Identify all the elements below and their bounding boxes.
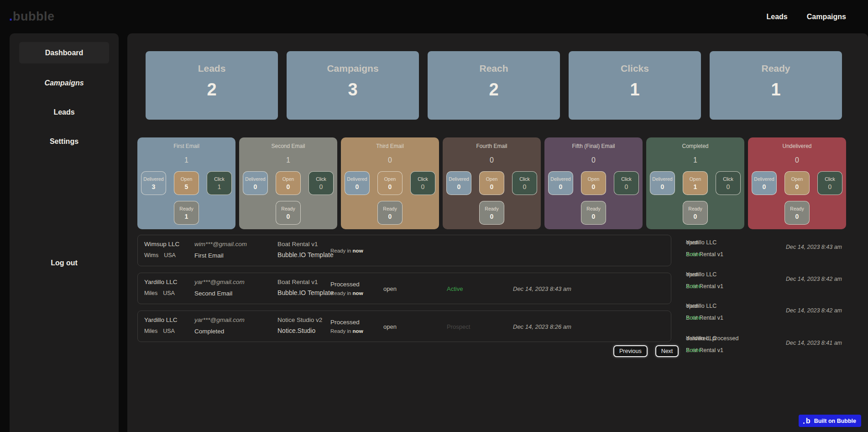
chip-label: Ready	[790, 206, 804, 211]
chip-label: Ready	[586, 206, 600, 211]
template-name: Bubble.IO Template	[277, 251, 334, 258]
lead-row[interactable]: Yardillo LLC MilesUSA yar***@gmail.com S…	[137, 273, 671, 304]
top-header: .bubble Leads Campaigns	[0, 0, 868, 33]
chip-value: 0	[592, 213, 596, 220]
activity-timestamp: Dec 14, 2023 8:43 am	[786, 244, 842, 250]
ready-in-label: Ready in now	[330, 248, 363, 253]
company-name: Yardillo LLC	[144, 279, 178, 285]
chip-label: Open	[690, 176, 701, 182]
delivered-chip: Delivered 0	[446, 171, 471, 195]
nav-campaigns[interactable]: Campaigns	[807, 13, 846, 21]
stage-title: Third Email	[341, 137, 439, 149]
sidebar-item-settings[interactable]: Settings	[10, 137, 119, 146]
stage-chips: Delivered 0 Open 0 Click 0	[239, 171, 337, 195]
chip-value: 0	[763, 183, 766, 190]
delivered-chip: Delivered 0	[752, 171, 777, 195]
stage-name: First Email	[194, 252, 224, 259]
ready-in-label: Ready in now	[330, 290, 363, 296]
chip-value: 0	[490, 183, 494, 190]
stage-name: Completed	[194, 328, 224, 335]
sidebar-item-logout[interactable]: Log out	[10, 259, 119, 267]
chip-label: Open	[282, 176, 294, 182]
built-on-bubble-badge[interactable]: b Built on Bubble	[799, 415, 861, 427]
click-chip: Click 0	[716, 171, 741, 195]
activity-entry: open Boat Rental v1 Yardillo LLC Active …	[686, 239, 847, 265]
delivered-chip: Delivered 0	[650, 171, 675, 195]
open-chip: Open 0	[479, 171, 504, 195]
open-chip: Open 0	[276, 171, 301, 195]
email-stage-card: Second Email 1 Delivered 0 Open 0 Click …	[239, 137, 337, 229]
stat-label: Leads	[146, 63, 278, 74]
lead-row[interactable]: Wimsup LLC WimsUSA wim***@gmail.com Firs…	[137, 235, 671, 266]
sidebar-item-campaigns[interactable]: Campaigns	[10, 79, 119, 87]
lead-status-column: Processed Ready in now	[330, 273, 363, 304]
email-stage-card: Third Email 0 Delivered 0 Open 0 Click 0	[341, 137, 439, 229]
chip-label: Ready	[383, 206, 397, 211]
stage-chips: Delivered 0 Open 0 Click 0	[341, 171, 439, 195]
email-stage-row: First Email 1 Delivered 3 Open 5 Click 1	[137, 137, 846, 229]
click-chip: Click 0	[309, 171, 334, 195]
ready-chip: Ready 0	[479, 201, 504, 225]
stage-count: 1	[239, 156, 337, 164]
row-timestamp: Dec 14, 2023 8:43 am	[513, 285, 571, 292]
stage-count: 0	[544, 156, 643, 164]
previous-button[interactable]: Previous	[613, 345, 648, 357]
chip-label: Open	[791, 176, 803, 182]
nav-leads[interactable]: Leads	[767, 13, 788, 21]
click-chip: Click 0	[817, 171, 842, 195]
stat-value: 1	[710, 80, 842, 100]
template-name: Bubble.IO Template	[277, 289, 334, 296]
chip-label: Ready	[688, 206, 702, 211]
stage-title: Second Email	[239, 137, 337, 149]
chip-value: 1	[218, 183, 221, 190]
chip-label: Open	[384, 176, 396, 182]
stat-value: 3	[287, 80, 419, 100]
chip-label: Open	[486, 176, 498, 182]
click-chip: Click 0	[512, 171, 537, 195]
activity-status: Active	[686, 283, 701, 290]
stage-title: Fourth Email	[443, 137, 541, 149]
sidebar-item-leads[interactable]: Leads	[10, 108, 119, 116]
chip-value: 0	[694, 213, 697, 220]
sidebar-item-label: Dashboard	[19, 49, 109, 57]
stage-count: 0	[748, 156, 846, 164]
chip-label: Open	[588, 176, 600, 182]
email-stage-card: First Email 1 Delivered 3 Open 5 Click 1	[137, 137, 235, 229]
chip-label: Click	[519, 176, 530, 182]
campaign-name: Boat Rental v1	[277, 241, 318, 248]
activity-timestamp: Dec 14, 2023 8:42 am	[786, 307, 842, 314]
stage-title: Undelivered	[748, 137, 846, 149]
chip-label: Delivered	[449, 176, 469, 182]
chip-value: 0	[592, 183, 596, 190]
chip-value: 5	[185, 183, 188, 190]
chip-label: Ready	[485, 206, 498, 211]
stat-value: 2	[146, 80, 278, 100]
chip-label: Delivered	[143, 176, 163, 182]
stage-chips: Delivered 0 Open 0 Click 0	[443, 171, 541, 195]
stage-chips: Delivered 0 Open 0 Click 0	[544, 171, 643, 195]
lead-row[interactable]: Yardillo LLC MilesUSA yar***@gmail.com C…	[137, 311, 671, 342]
status-badge: Prospect	[447, 323, 470, 330]
sidebar-item-dashboard[interactable]: Dashboard	[19, 42, 109, 63]
chip-label: Delivered	[245, 176, 265, 182]
next-button[interactable]: Next	[655, 345, 679, 357]
stage-count: 0	[341, 156, 439, 164]
email-stage-card: Fourth Email 0 Delivered 0 Open 0 Click …	[443, 137, 541, 229]
ready-chip: Ready 0	[784, 201, 810, 225]
email-stage-card: Undelivered 0 Delivered 0 Open 0 Click 0	[748, 137, 846, 229]
activity-timestamp: Dec 14, 2023 8:42 am	[786, 276, 842, 282]
stat-card: Reach 2	[428, 51, 560, 120]
open-chip: Open 0	[377, 171, 403, 195]
company-name: Yardillo LLC	[144, 316, 178, 323]
click-chip: Click 0	[614, 171, 639, 195]
contact-location: MilesUSA	[144, 290, 175, 296]
activity-company: Yardillo LLC	[686, 271, 716, 278]
open-chip: Open 1	[683, 171, 708, 195]
stat-card: Campaigns 3	[287, 51, 419, 120]
ready-chip: Ready 0	[581, 201, 606, 225]
activity-company: Yardillo LLC	[686, 239, 716, 246]
delivered-chip: Delivered 0	[243, 171, 268, 195]
chip-value: 0	[795, 213, 799, 220]
chip-label: Click	[825, 176, 835, 182]
contact-location: WimsUSA	[144, 252, 176, 258]
